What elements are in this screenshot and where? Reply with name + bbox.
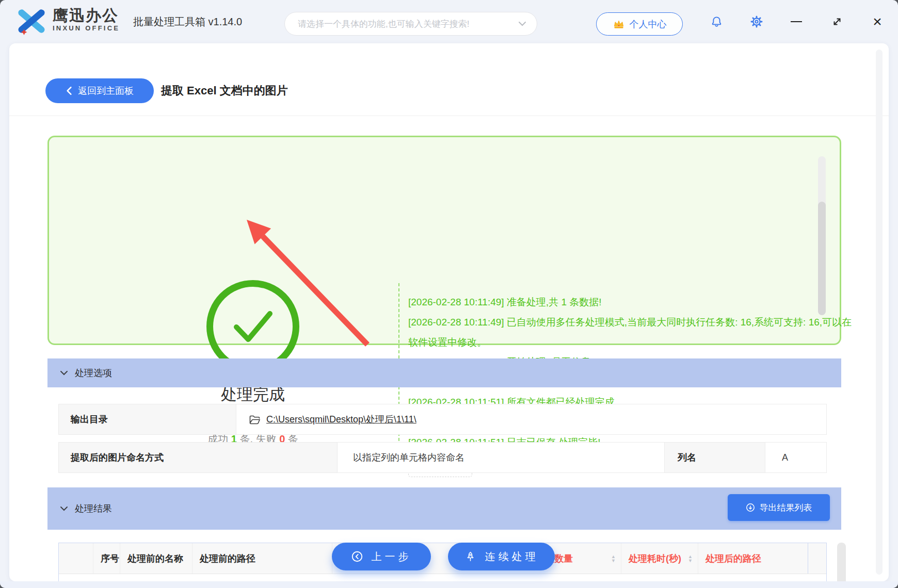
gear-icon — [750, 15, 763, 28]
brand-name-cn: 鹰迅办公 — [53, 7, 120, 24]
options-section-header[interactable]: 处理选项 — [47, 358, 841, 387]
folder-icon — [249, 415, 261, 424]
results-table: 序号 处理前的名称 处理前的路径 处理数量 ▲▼ 处理耗时(秒) ▲▼ 处理后的… — [58, 543, 827, 581]
output-dir-label-cell: 输出目录 — [59, 404, 236, 434]
column-value-cell: A — [765, 443, 826, 472]
results-section-header[interactable]: 处理结果 — [47, 487, 841, 530]
brand-name-en: INXUN OFFICE — [53, 24, 120, 33]
minimize-button[interactable] — [785, 0, 808, 43]
log-scrollbar-track[interactable] — [818, 156, 826, 315]
column-label: 列名 — [678, 451, 696, 464]
sort-control[interactable]: ▲▼ — [611, 554, 616, 563]
app-logo-icon — [15, 8, 47, 36]
sort-down-icon: ▼ — [611, 559, 616, 563]
log-line: [2026-02-28 10:11:49] 已自动使用多任务处理模式,当前最大同… — [408, 313, 858, 353]
sort-control[interactable]: ▲▼ — [688, 554, 693, 563]
column-header-elapsed: 处理耗时(秒) ▲▼ — [621, 543, 698, 574]
rocket-icon — [464, 551, 476, 563]
log-scrollbar-thumb[interactable] — [818, 202, 826, 315]
page-scrollbar[interactable] — [876, 50, 883, 575]
user-center-button[interactable]: 个人中心 — [596, 12, 683, 36]
column-value: A — [782, 452, 788, 463]
result-panel: 处理完成 共 1 条记录 耗时: 2 秒 成功 1 条, 失败 0 条 [202… — [47, 136, 841, 345]
column-header-path-before: 处理前的路径 — [193, 543, 332, 574]
chevron-down-icon — [60, 505, 68, 512]
chevron-left-icon — [66, 86, 73, 95]
minimize-icon — [791, 21, 802, 22]
previous-step-label: 上一步 — [368, 550, 412, 564]
table-row — [59, 575, 826, 581]
log-line: [2026-02-28 10:11:49] 准备处理,共 1 条数据! — [408, 292, 858, 313]
column-header-end-spacer — [808, 543, 826, 574]
bell-icon — [710, 15, 723, 28]
titlebar: 鹰迅办公 INXUN OFFICE 批量处理工具箱 v1.14.0 请选择一个具… — [0, 0, 898, 43]
close-icon: × — [873, 14, 882, 29]
sort-down-icon: ▼ — [688, 559, 693, 563]
function-search-select[interactable]: 请选择一个具体的功能,也可输入关键字搜索! — [284, 12, 537, 36]
screen: 鹰迅办公 INXUN OFFICE 批量处理工具箱 v1.14.0 请选择一个具… — [0, 0, 898, 588]
user-center-label: 个人中心 — [630, 18, 667, 30]
header-divider — [9, 116, 889, 116]
notifications-button[interactable] — [705, 0, 728, 43]
back-to-dashboard-button[interactable]: 返回到主面板 — [45, 78, 154, 103]
checkmark-icon — [223, 302, 283, 351]
table-scrollbar[interactable] — [837, 543, 846, 581]
output-dir-row: 输出目录 C:\Users\sqmil\Desktop\处理后\1\11\ — [58, 404, 827, 435]
output-dir-link[interactable]: C:\Users\sqmil\Desktop\处理后\1\11\ — [266, 413, 416, 426]
column-header-index: 序号 — [93, 543, 120, 574]
brand-block: 鹰迅办公 INXUN OFFICE — [53, 7, 120, 33]
resize-icon — [831, 16, 843, 27]
results-table-header: 序号 处理前的名称 处理前的路径 处理数量 ▲▼ 处理耗时(秒) ▲▼ 处理后的… — [59, 543, 826, 574]
app-title: 批量处理工具箱 v1.14.0 — [133, 0, 242, 43]
naming-label: 提取后的图片命名方式 — [71, 451, 164, 464]
continue-process-button[interactable]: 连续处理 — [448, 543, 555, 570]
checkbox-column-header — [59, 543, 93, 574]
resize-button[interactable] — [826, 0, 848, 43]
back-button-label: 返回到主面板 — [78, 85, 134, 97]
output-dir-value-cell: C:\Users\sqmil\Desktop\处理后\1\11\ — [236, 404, 826, 434]
close-button[interactable]: × — [866, 0, 889, 43]
options-section-title: 处理选项 — [75, 367, 112, 379]
results-section-title: 处理结果 — [75, 502, 112, 515]
column-label-cell: 列名 — [665, 443, 765, 472]
chevron-down-icon — [60, 370, 68, 376]
circle-left-icon — [351, 551, 363, 562]
search-placeholder: 请选择一个具体的功能,也可输入关键字搜索! — [298, 18, 518, 30]
column-header-path-after: 处理后的路径 — [698, 543, 808, 574]
export-result-list-label: 导出结果列表 — [760, 502, 812, 514]
crown-icon — [613, 19, 625, 30]
download-icon — [746, 503, 755, 512]
app-window: 鹰迅办公 INXUN OFFICE 批量处理工具箱 v1.14.0 请选择一个具… — [0, 0, 898, 588]
settings-button[interactable] — [745, 0, 768, 43]
naming-value: 以指定列的单元格内容命名 — [353, 451, 464, 464]
previous-step-button[interactable]: 上一步 — [332, 543, 431, 570]
chevron-down-icon — [518, 21, 526, 27]
window-bottom-strip — [0, 581, 898, 588]
column-header-name-before: 处理前的名称 — [120, 543, 193, 574]
continue-process-label: 连续处理 — [482, 550, 539, 564]
naming-value-cell: 以指定列的单元格内容命名 — [338, 443, 665, 472]
naming-row: 提取后的图片命名方式 以指定列的单元格内容命名 列名 A — [58, 442, 827, 473]
naming-label-cell: 提取后的图片命名方式 — [59, 443, 338, 472]
output-dir-label: 输出目录 — [71, 413, 108, 426]
export-result-list-button[interactable]: 导出结果列表 — [728, 494, 830, 521]
page-title: 提取 Excel 文档中的图片 — [161, 78, 288, 103]
